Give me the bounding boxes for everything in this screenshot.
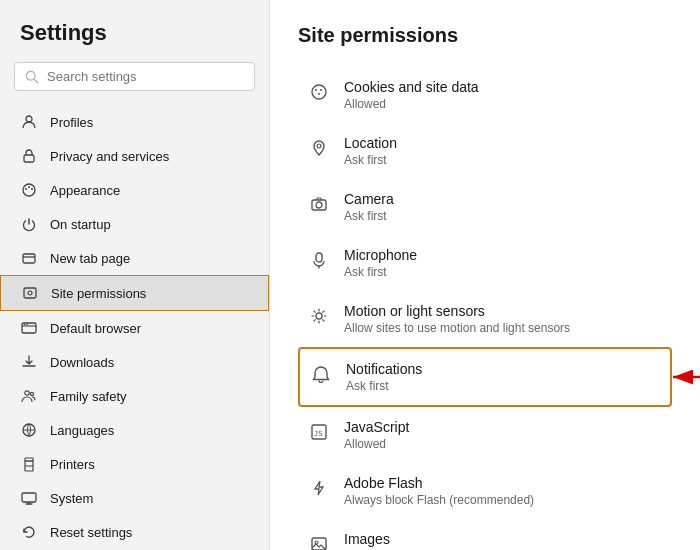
- svg-text:JS: JS: [314, 430, 322, 438]
- newtab-icon: [20, 249, 38, 267]
- download-icon: [20, 353, 38, 371]
- svg-point-10: [28, 291, 32, 295]
- sidebar-item-newtab[interactable]: New tab page: [0, 241, 269, 275]
- svg-point-24: [320, 89, 322, 91]
- svg-rect-29: [316, 253, 322, 262]
- perm-info-cookies: Cookies and site data Allowed: [344, 79, 479, 111]
- perm-info-images: Images Show all: [344, 531, 390, 550]
- permission-item-motion[interactable]: Motion or light sensors Allow sites to u…: [298, 291, 672, 347]
- search-icon: [25, 70, 39, 84]
- perm-name-microphone: Microphone: [344, 247, 417, 263]
- sidebar-item-label: New tab page: [50, 251, 130, 266]
- perm-name-motion: Motion or light sensors: [344, 303, 570, 319]
- permission-item-cookies[interactable]: Cookies and site data Allowed: [298, 67, 672, 123]
- svg-rect-17: [25, 466, 33, 471]
- sidebar-item-default-browser[interactable]: Default browser: [0, 311, 269, 345]
- search-box[interactable]: [14, 62, 255, 91]
- sidebar-item-downloads[interactable]: Downloads: [0, 345, 269, 379]
- image-icon: [308, 533, 330, 550]
- sidebar-item-label: On startup: [50, 217, 111, 232]
- permission-item-camera[interactable]: Camera Ask first: [298, 179, 672, 235]
- perm-info-camera: Camera Ask first: [344, 191, 394, 223]
- sidebar-item-label: Default browser: [50, 321, 141, 336]
- perm-status-cookies: Allowed: [344, 97, 479, 111]
- person-icon: [20, 113, 38, 131]
- perm-name-location: Location: [344, 135, 397, 151]
- perm-name-javascript: JavaScript: [344, 419, 409, 435]
- perm-name-cookies: Cookies and site data: [344, 79, 479, 95]
- sidebar-item-profiles[interactable]: Profiles: [0, 105, 269, 139]
- permission-item-location[interactable]: Location Ask first: [298, 123, 672, 179]
- settings-title: Settings: [0, 20, 269, 62]
- svg-marker-36: [315, 481, 323, 495]
- sidebar-item-appearance[interactable]: Appearance: [0, 173, 269, 207]
- flash-icon: [308, 477, 330, 499]
- perm-name-notifications: Notifications: [346, 361, 422, 377]
- sidebar-item-system[interactable]: System: [0, 481, 269, 515]
- page-title: Site permissions: [298, 24, 672, 47]
- perm-info-notifications: Notifications Ask first: [346, 361, 422, 393]
- svg-point-38: [315, 541, 318, 544]
- permission-item-notifications[interactable]: Notifications Ask first: [298, 347, 672, 407]
- bell-icon: [310, 363, 332, 385]
- permission-item-flash[interactable]: Adobe Flash Always block Flash (recommen…: [298, 463, 672, 519]
- sidebar-item-family[interactable]: Family safety: [0, 379, 269, 413]
- permission-item-images[interactable]: Images Show all: [298, 519, 672, 550]
- svg-point-14: [25, 391, 29, 395]
- sidebar-item-site-permissions[interactable]: Site permissions: [0, 275, 269, 311]
- sidebar-item-label: Languages: [50, 423, 114, 438]
- perm-status-flash: Always block Flash (recommended): [344, 493, 534, 507]
- siteperm-icon: [21, 284, 39, 302]
- perm-name-images: Images: [344, 531, 390, 547]
- reset-icon: [20, 523, 38, 541]
- sidebar-item-privacy[interactable]: Privacy and services: [0, 139, 269, 173]
- permission-item-javascript[interactable]: JS JavaScript Allowed: [298, 407, 672, 463]
- sidebar-item-label: Reset settings: [50, 525, 132, 540]
- perm-info-motion: Motion or light sensors Allow sites to u…: [344, 303, 570, 335]
- svg-point-4: [23, 184, 35, 196]
- js-icon: JS: [308, 421, 330, 443]
- svg-point-15: [30, 392, 33, 395]
- perm-info-microphone: Microphone Ask first: [344, 247, 417, 279]
- sidebar: Settings Profiles Privacy and services A…: [0, 0, 270, 550]
- sidebar-item-label: Family safety: [50, 389, 127, 404]
- permissions-list: Cookies and site data Allowed Location A…: [298, 67, 672, 550]
- printer-icon: [20, 455, 38, 473]
- power-icon: [20, 215, 38, 233]
- sidebar-item-label: Printers: [50, 457, 95, 472]
- sidebar-item-label: Site permissions: [51, 286, 146, 301]
- svg-point-26: [317, 144, 321, 148]
- perm-status-javascript: Allowed: [344, 437, 409, 451]
- location-icon: [308, 137, 330, 159]
- sidebar-item-reset[interactable]: Reset settings: [0, 515, 269, 549]
- svg-point-22: [312, 85, 326, 99]
- lock-icon: [20, 147, 38, 165]
- camera-icon: [308, 193, 330, 215]
- red-arrow: [665, 362, 700, 392]
- microphone-icon: [308, 249, 330, 271]
- perm-status-camera: Ask first: [344, 209, 394, 223]
- sidebar-item-label: System: [50, 491, 93, 506]
- perm-status-notifications: Ask first: [346, 379, 422, 393]
- sidebar-item-printers[interactable]: Printers: [0, 447, 269, 481]
- perm-info-flash: Adobe Flash Always block Flash (recommen…: [344, 475, 534, 507]
- perm-status-location: Ask first: [344, 153, 397, 167]
- sidebar-item-label: Appearance: [50, 183, 120, 198]
- cookie-icon: [308, 81, 330, 103]
- svg-rect-18: [25, 458, 33, 461]
- svg-point-2: [26, 116, 32, 122]
- svg-rect-3: [24, 155, 34, 162]
- search-input[interactable]: [47, 69, 244, 84]
- family-icon: [20, 387, 38, 405]
- sidebar-item-languages[interactable]: Languages: [0, 413, 269, 447]
- svg-point-25: [318, 93, 320, 95]
- svg-point-13: [26, 324, 28, 326]
- sidebar-item-label: Privacy and services: [50, 149, 169, 164]
- svg-point-23: [315, 89, 317, 91]
- permission-item-microphone[interactable]: Microphone Ask first: [298, 235, 672, 291]
- svg-point-5: [25, 188, 27, 190]
- svg-rect-19: [22, 493, 36, 502]
- motion-icon: [308, 305, 330, 327]
- svg-rect-9: [24, 288, 36, 298]
- sidebar-item-startup[interactable]: On startup: [0, 207, 269, 241]
